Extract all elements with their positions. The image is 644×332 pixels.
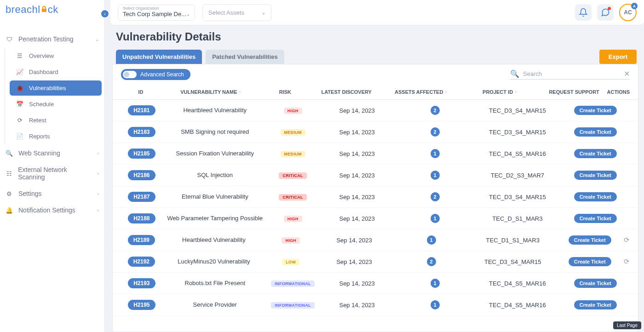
sort-icon: ↑ [515, 90, 517, 94]
create-ticket-button[interactable]: Create Ticket [574, 192, 617, 201]
advanced-search-label: Advanced Search [140, 71, 184, 78]
vuln-id-pill[interactable]: H2192 [128, 257, 155, 267]
vuln-id-pill[interactable]: H2188 [128, 213, 155, 223]
project-id: TEC_D3_S4_MAR15 [474, 129, 561, 136]
vuln-id-pill[interactable]: H2193 [128, 278, 155, 288]
chevron-right-icon: › [98, 151, 99, 156]
chevron-down-icon: ⌄ [95, 37, 99, 42]
create-ticket-button[interactable]: Create Ticket [574, 279, 617, 288]
vuln-id-pill[interactable]: H2189 [128, 235, 155, 245]
search-wrap: 🔍 ✕ [510, 69, 630, 80]
vuln-id-pill[interactable]: H2183 [128, 127, 155, 137]
vuln-name: Eternal Blue Vulnerability [162, 193, 268, 201]
nav-web-scanning[interactable]: 🔍Web Scanning› [0, 145, 104, 161]
nav-settings[interactable]: ⚙Settings› [0, 185, 104, 202]
gear-icon: ⚙ [6, 190, 13, 197]
org-select[interactable]: Select Organization Tech Corp Sample De.… [118, 5, 195, 21]
nav-reports[interactable]: 📄Reports [10, 129, 102, 144]
vuln-id-pill[interactable]: H2195 [128, 300, 155, 310]
chat-button[interactable] [597, 4, 614, 21]
col-assets[interactable]: ASSETS AFFECTED↑ [384, 89, 458, 95]
retry-icon[interactable]: ⟳ [624, 258, 630, 265]
table-header: ID VULNERABILITY NAME↑ RISK LATEST DISCO… [113, 85, 638, 100]
nav-notification-settings[interactable]: 🔔Notification Settings› [0, 202, 104, 218]
search-input[interactable] [523, 70, 620, 77]
retry-icon[interactable]: ⟳ [624, 236, 630, 244]
clear-icon[interactable]: ✕ [624, 69, 630, 78]
table-row: H2181Heartbleed VulnerabilityHIGHSep 14,… [113, 100, 638, 121]
nav-label: Penetration Testing [18, 35, 74, 43]
col-id[interactable]: ID [121, 89, 161, 95]
tab-patched[interactable]: Patched Vulnerabilities [206, 50, 284, 64]
avatar-badge: A [631, 3, 638, 9]
risk-badge: CRITICAL [279, 194, 306, 200]
vuln-name: Session Fixation Vulnerability [162, 150, 268, 158]
avatar-initials: AC [624, 9, 632, 16]
project-id: TEC_D3_S4_MAR15 [474, 107, 561, 114]
sidebar-collapse-button[interactable]: ‹ [100, 9, 109, 18]
risk-badge: MEDIUM [281, 151, 305, 157]
create-ticket-button[interactable]: Create Ticket [569, 257, 611, 266]
table-row: H2188Web Parameter Tampering PossibleHIG… [113, 208, 638, 229]
vuln-date: Sep 14, 2023 [318, 172, 396, 179]
search-row: Advanced Search 🔍 ✕ [113, 64, 638, 85]
create-ticket-button[interactable]: Create Ticket [574, 106, 617, 115]
col-date[interactable]: LATEST DISCOVERY [309, 89, 384, 95]
chart-icon: 📈 [16, 69, 23, 75]
project-id: TEC_D4_S5_MAR16 [474, 280, 561, 287]
lock-icon [40, 6, 48, 13]
export-button[interactable]: Export [599, 50, 637, 64]
risk-badge: HIGH [282, 237, 300, 244]
assets-select[interactable]: Select Assets ⌄ [202, 4, 271, 21]
nav-vulnerabilities[interactable]: 🐞Vulnerabilities [10, 80, 102, 96]
create-ticket-button[interactable]: Create Ticket [574, 149, 617, 158]
vuln-name: Heartbleed Vulnerability [162, 107, 268, 114]
nav-external-network-scanning[interactable]: ☷External Network Scanning› [0, 161, 104, 185]
sort-icon: ↑ [445, 90, 447, 94]
nav-label: Schedule [29, 101, 54, 108]
vuln-date: Sep 14, 2023 [318, 129, 396, 136]
risk-badge: INFORMATIONAL [271, 280, 315, 287]
search-icon: 🔍 [6, 150, 13, 157]
create-ticket-button[interactable]: Create Ticket [574, 171, 617, 180]
nav-overview[interactable]: ☰Overview [10, 48, 102, 63]
col-pid[interactable]: PROJECT ID↑ [458, 89, 541, 95]
nav-label: External Network Scanning [18, 166, 92, 181]
document-icon: 📄 [16, 133, 23, 140]
project-id: TEC_D3_S4_MAR15 [470, 258, 556, 265]
nav-dashboard[interactable]: 📈Dashboard [10, 64, 102, 80]
nav-penetration-testing[interactable]: 🛡Penetration Testing ⌄ [0, 31, 104, 47]
vuln-id-pill[interactable]: H2187 [128, 192, 155, 202]
nav-retest[interactable]: ⟳Retest [10, 113, 102, 128]
vuln-id-pill[interactable]: H2186 [128, 170, 155, 180]
vuln-name: Robots.txt File Present [162, 280, 268, 287]
vuln-name: LuckyMinus20 Vulnerability [162, 258, 266, 266]
col-req: REQUEST SUPPORT [541, 89, 607, 95]
vuln-id-pill[interactable]: H2181 [128, 105, 155, 115]
vuln-id-pill[interactable]: H2185 [128, 149, 155, 159]
tab-unpatched[interactable]: Unpatched Vulnerabilities [116, 50, 202, 64]
vuln-name: Heartbleed Vulnerability [162, 236, 266, 244]
nav-label: Notification Settings [18, 206, 75, 214]
create-ticket-button[interactable]: Create Ticket [574, 127, 617, 137]
project-id: TEC_D4_S5_MAR16 [474, 302, 561, 309]
notifications-button[interactable] [575, 4, 592, 21]
table-row: H2192LuckyMinus20 VulnerabilityLOWSep 14… [113, 251, 638, 273]
nav-label: Vulnerabilities [29, 85, 66, 92]
col-name[interactable]: VULNERABILITY NAME↑ [161, 89, 261, 95]
create-ticket-button[interactable]: Create Ticket [569, 235, 611, 245]
shield-icon: 🛡 [6, 36, 13, 43]
org-select-label: Select Organization [123, 6, 190, 11]
assets-badge: 1 [431, 149, 440, 158]
create-ticket-button[interactable]: Create Ticket [574, 300, 617, 309]
refresh-icon: ⟳ [16, 117, 23, 124]
project-id: TEC_D4_S5_MAR16 [474, 150, 561, 157]
advanced-search-toggle[interactable]: Advanced Search [121, 69, 190, 80]
create-ticket-button[interactable]: Create Ticket [574, 214, 617, 223]
col-risk[interactable]: RISK [261, 89, 310, 95]
table-row: H2189Heartbleed VulnerabilityHIGHSep 14,… [113, 229, 638, 251]
toggle-icon [123, 71, 137, 78]
nav-schedule[interactable]: 📅Schedule [10, 97, 102, 112]
bell-icon [579, 8, 588, 17]
avatar[interactable]: ACA [619, 4, 637, 21]
